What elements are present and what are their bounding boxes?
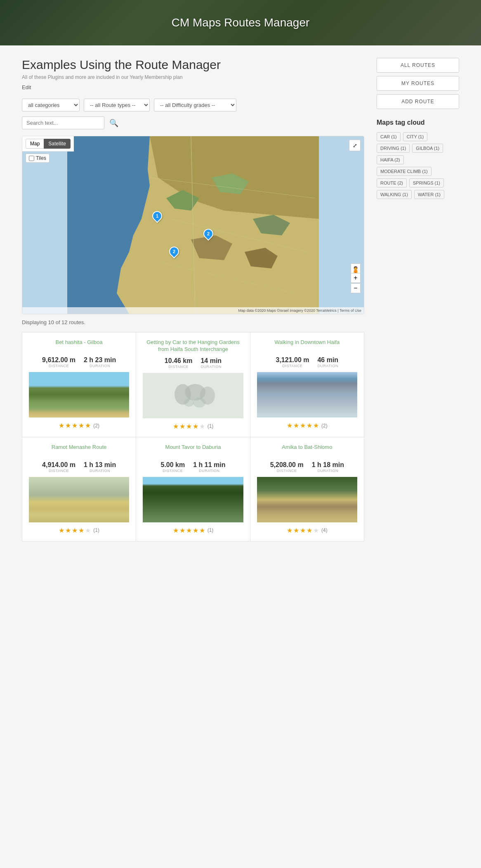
difficulty-filter[interactable]: -- all Difficulty grades -- (154, 99, 236, 111)
tag-item[interactable]: SPRINGS (1) (409, 178, 444, 187)
route-distance: 3,121.00 m DISTANCE (276, 356, 309, 368)
tag-item[interactable]: WATER (1) (414, 190, 444, 199)
map-placeholder-image (143, 373, 243, 418)
rating-count: (1) (93, 527, 99, 533)
routes-grid: Bet hashita - Gilboa 9,612.00 m DISTANCE… (22, 332, 364, 541)
route-image-container (143, 477, 243, 522)
route-image-container (257, 372, 357, 417)
route-image-container (29, 372, 129, 417)
star-full: ★ (65, 422, 71, 429)
svg-point-16 (184, 398, 194, 407)
my-routes-button[interactable]: MY ROUTES (377, 76, 459, 91)
star-rating: ★★★★★ (4) (287, 526, 328, 534)
star-empty: ★ (199, 422, 205, 430)
edit-link[interactable]: Edit (22, 84, 364, 90)
tag-item[interactable]: CITY (1) (403, 132, 427, 141)
route-image-container (29, 477, 129, 522)
route-name: Walking in Downtown Haifa (274, 339, 340, 352)
route-stats: 9,612.00 m DISTANCE 2 h 23 min DURATION (29, 356, 129, 368)
duration-label: DURATION (84, 364, 116, 368)
star-full: ★ (179, 422, 185, 430)
tiles-checkbox[interactable] (29, 156, 34, 161)
tag-item[interactable]: DRIVING (1) (377, 144, 410, 153)
duration-label: DURATION (84, 469, 116, 473)
star-rating: ★★★★★ (2) (287, 422, 328, 429)
map-svg (22, 136, 364, 314)
star-full: ★ (287, 526, 292, 534)
star-full: ★ (300, 526, 306, 534)
route-card[interactable]: Walking in Downtown Haifa 3,121.00 m DIS… (250, 332, 364, 437)
page-title: Examples Using the Route Manager (22, 58, 364, 72)
zoom-in-button[interactable]: + (351, 273, 361, 283)
star-full: ★ (186, 422, 192, 430)
route-image-container (143, 373, 243, 418)
duration-value: 1 h 13 min (84, 461, 116, 469)
duration-label: DURATION (312, 469, 344, 473)
star-rating: ★★★★★ (1) (173, 526, 214, 534)
tag-item[interactable]: MODERATE CLIMB (1) (377, 167, 431, 176)
satellite-map[interactable]: Map Satellite Tiles (22, 136, 364, 314)
rating-count: (2) (93, 423, 99, 429)
route-duration: 14 min DURATION (200, 357, 222, 369)
tag-cloud: CAR (1)CITY (1)DRIVING (1)GILBOA (1)HAIF… (377, 132, 459, 199)
sidebar-buttons: ALL ROUTES MY ROUTES ADD ROUTE (377, 58, 459, 109)
route-card[interactable]: Amika to Bat-Shlomo 5,208.00 m DISTANCE … (250, 437, 364, 541)
tiles-label: Tiles (36, 155, 46, 161)
search-button[interactable]: 🔍 (108, 117, 120, 129)
rating-count: (4) (321, 527, 328, 533)
search-input[interactable] (22, 116, 104, 129)
star-rating: ★★★★★ (2) (59, 422, 99, 429)
tag-item[interactable]: WALKING (1) (377, 190, 412, 199)
duration-value: 14 min (200, 357, 222, 365)
sidebar: ALL ROUTES MY ROUTES ADD ROUTE Maps tag … (377, 58, 459, 541)
route-image (29, 477, 129, 522)
zoom-out-button[interactable]: − (351, 283, 361, 293)
star-rating: ★★★★★ (1) (173, 422, 214, 430)
distance-label: DISTANCE (42, 469, 75, 473)
star-full: ★ (179, 526, 185, 534)
map-toolbar: Map Satellite (22, 136, 74, 152)
route-stats: 5,208.00 m DISTANCE 1 h 18 min DURATION (257, 461, 357, 473)
star-full: ★ (313, 422, 319, 429)
route-card[interactable]: Bet hashita - Gilboa 9,612.00 m DISTANCE… (22, 332, 136, 437)
star-full: ★ (186, 526, 192, 534)
route-stats: 3,121.00 m DISTANCE 46 min DURATION (257, 356, 357, 368)
rating-count: (1) (207, 527, 214, 533)
tiles-toggle[interactable]: Tiles (26, 154, 50, 163)
route-card[interactable]: Ramot Menashe Route 4,914.00 m DISTANCE … (22, 437, 136, 541)
page-header: CM Maps Routes Manager (0, 0, 481, 45)
add-route-button[interactable]: ADD ROUTE (377, 94, 459, 109)
star-full: ★ (59, 526, 64, 534)
route-card[interactable]: Mount Tavor to Daburia 5.00 km DISTANCE … (136, 437, 250, 541)
content-area: Examples Using the Route Manager All of … (22, 58, 364, 541)
all-routes-button[interactable]: ALL ROUTES (377, 58, 459, 73)
distance-value: 5.00 km (161, 461, 185, 469)
distance-value: 5,208.00 m (270, 461, 304, 469)
map-view-button[interactable]: Map (26, 139, 44, 149)
route-types-filter[interactable]: -- all Route types -- (84, 99, 150, 111)
tag-item[interactable]: HAIFA (2) (377, 155, 404, 164)
star-full: ★ (85, 422, 91, 429)
satellite-view-button[interactable]: Satellite (44, 139, 71, 149)
site-title: CM Maps Routes Manager (172, 16, 310, 29)
categories-filter[interactable]: all categories (22, 99, 80, 111)
route-name: Mount Tavor to Daburia (165, 444, 221, 457)
route-duration: 1 h 11 min DURATION (193, 461, 225, 473)
star-full: ★ (72, 422, 78, 429)
tag-item[interactable]: ROUTE (2) (377, 178, 407, 187)
filters-row: all categories -- all Route types -- -- … (22, 99, 364, 111)
distance-value: 9,612.00 m (42, 356, 75, 364)
tag-item[interactable]: GILBOA (1) (412, 144, 443, 153)
duration-value: 46 min (317, 356, 338, 364)
fullscreen-button[interactable]: ⤢ (349, 140, 361, 151)
route-card[interactable]: Getting by Car to the Hanging Gardens fr… (136, 332, 250, 437)
star-full: ★ (300, 422, 306, 429)
page-subtitle: All of these Plugins and more are includ… (22, 74, 364, 80)
distance-value: 4,914.00 m (42, 461, 75, 469)
star-full: ★ (307, 526, 312, 534)
star-full: ★ (199, 526, 205, 534)
distance-label: DISTANCE (270, 469, 304, 473)
distance-value: 3,121.00 m (276, 356, 309, 364)
tag-item[interactable]: CAR (1) (377, 132, 401, 141)
route-image (257, 477, 357, 522)
